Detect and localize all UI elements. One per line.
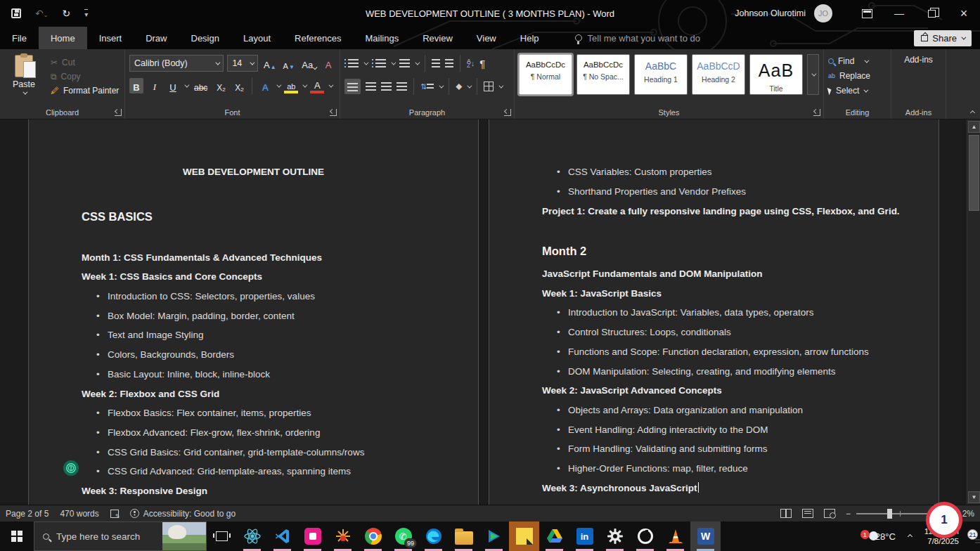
decrease-indent-button[interactable] xyxy=(432,59,440,67)
shading-button[interactable]: ⬥ xyxy=(456,81,462,92)
page-indicator[interactable]: Page 2 of 5 xyxy=(6,509,49,519)
taskbar-app-media-player[interactable] xyxy=(479,521,509,551)
style-card[interactable]: AaBbC Heading 1 xyxy=(634,54,688,95)
temperature[interactable]: 28°C xyxy=(875,531,896,542)
clear-formatting-button[interactable]: A xyxy=(321,56,335,71)
shading-chevron[interactable] xyxy=(468,83,472,88)
taskbar-app-sunburst[interactable] xyxy=(328,521,358,551)
replace-button[interactable]: abReplace xyxy=(828,71,886,81)
copy-button[interactable]: ⧉Copy xyxy=(51,72,119,82)
grow-font-button[interactable]: A▲ xyxy=(262,56,278,71)
taskbar-app-ring[interactable] xyxy=(630,521,660,551)
shrink-font-button[interactable]: A▼ xyxy=(281,56,296,71)
proofing-status-icon[interactable] xyxy=(110,510,119,518)
task-view-button[interactable] xyxy=(207,521,237,551)
bold-button[interactable]: B xyxy=(129,78,143,93)
taskbar-app-vscode[interactable] xyxy=(267,521,297,551)
avatar[interactable]: JO xyxy=(814,4,832,22)
hidden-icons-chevron[interactable] xyxy=(908,533,913,538)
ribbon-tab[interactable]: Home xyxy=(39,27,87,49)
justify-button[interactable] xyxy=(396,82,407,91)
document-page-1[interactable]: WEB DEVELOPMENT OUTLINE CSS BASICS Month… xyxy=(28,119,479,505)
close-button[interactable]: × xyxy=(948,0,980,27)
scrollbar-thumb[interactable] xyxy=(969,135,979,211)
italic-button[interactable]: I xyxy=(148,78,162,93)
text-highlight-button[interactable]: ab xyxy=(284,78,298,93)
numbered-list-chevron[interactable] xyxy=(391,60,396,65)
taskbar-app-linkedin[interactable]: in xyxy=(569,521,600,551)
find-button[interactable]: Find xyxy=(828,56,886,66)
bullet-list-button[interactable] xyxy=(348,59,359,67)
restore-button[interactable] xyxy=(915,0,948,27)
change-case-button[interactable]: Aa xyxy=(299,56,318,71)
taskbar-app-sticky-notes[interactable] xyxy=(509,521,539,551)
taskbar-app-vlc[interactable] xyxy=(660,521,690,551)
line-spacing-chevron[interactable] xyxy=(439,83,444,88)
paragraph-dialog-launcher[interactable] xyxy=(504,109,511,116)
vertical-scrollbar[interactable]: ▲ ▼ xyxy=(967,119,980,505)
style-card[interactable]: AaB Title xyxy=(749,54,803,95)
share-button[interactable]: Share xyxy=(914,30,972,46)
ribbon-tab[interactable]: Design xyxy=(179,27,231,49)
subscript-button[interactable]: X2 xyxy=(214,78,228,93)
clipboard-dialog-launcher[interactable] xyxy=(115,109,122,116)
collapse-ribbon-button[interactable] xyxy=(970,110,975,115)
bullet-list-chevron[interactable] xyxy=(363,60,368,65)
numbered-list-button[interactable] xyxy=(375,59,386,67)
addins-button[interactable]: Add-ins xyxy=(896,55,941,65)
taskbar-app-word[interactable]: W xyxy=(690,521,721,551)
style-card[interactable]: AaBbCcD Heading 2 xyxy=(692,54,745,95)
ribbon-tab[interactable]: Help xyxy=(508,27,551,49)
save-icon[interactable] xyxy=(11,8,21,18)
font-color-chevron[interactable] xyxy=(329,82,334,87)
align-right-button[interactable] xyxy=(381,82,392,91)
strikethrough-button[interactable]: abc xyxy=(192,78,209,93)
multilevel-list-chevron[interactable] xyxy=(415,60,420,65)
taskbar-app-google-drive[interactable] xyxy=(539,521,569,551)
taskbar-app-edge[interactable] xyxy=(418,521,449,551)
style-card[interactable]: AaBbCcDc ¶ Normal xyxy=(519,54,572,95)
text-effects-chevron[interactable] xyxy=(277,82,282,87)
ribbon-tab[interactable]: Mailings xyxy=(354,27,411,49)
select-button[interactable]: Select xyxy=(828,86,886,96)
taskbar-app-pink-square[interactable] xyxy=(297,521,328,551)
styles-dialog-launcher[interactable] xyxy=(813,109,820,116)
ribbon-tab[interactable]: File xyxy=(0,27,39,49)
style-card[interactable]: AaBbCcDc ¶ No Spac... xyxy=(576,54,630,95)
recorder-count-overlay[interactable]: 1 xyxy=(926,502,962,538)
redo-icon[interactable]: ↻ xyxy=(62,8,70,19)
signed-in-user[interactable]: Johnson Olurotimi xyxy=(735,8,806,18)
print-layout-button[interactable] xyxy=(802,509,813,518)
taskbar-app-react[interactable] xyxy=(237,521,267,551)
ribbon-tab[interactable]: Draw xyxy=(134,27,179,49)
font-dialog-launcher[interactable] xyxy=(330,109,337,116)
tell-me-box[interactable]: Tell me what you want to do xyxy=(575,27,700,49)
undo-icon[interactable]: ↶⌄ xyxy=(35,8,48,19)
multilevel-list-button[interactable] xyxy=(399,59,410,67)
paste-button[interactable]: Paste xyxy=(4,55,44,105)
minimize-button[interactable]: — xyxy=(883,0,915,27)
align-left-button[interactable] xyxy=(344,79,361,94)
taskbar-app-file-explorer[interactable] xyxy=(449,521,479,551)
ribbon-tab[interactable]: Review xyxy=(411,27,465,49)
taskbar-search-input[interactable]: Type here to search xyxy=(34,521,207,551)
accessibility-status[interactable]: Accessibility: Good to go xyxy=(130,509,236,519)
align-center-button[interactable] xyxy=(366,82,376,91)
format-painter-button[interactable]: 🖉Format Painter xyxy=(51,86,119,96)
read-mode-button[interactable] xyxy=(780,509,792,518)
styles-more-button[interactable] xyxy=(807,54,819,95)
ribbon-tab[interactable]: Layout xyxy=(231,27,283,49)
scroll-down-button[interactable]: ▼ xyxy=(968,491,980,503)
ribbon-tab[interactable]: Insert xyxy=(87,27,134,49)
show-formatting-marks-button[interactable]: ¶ xyxy=(479,58,485,70)
start-button[interactable] xyxy=(0,521,34,551)
zoom-out-button[interactable]: − xyxy=(846,509,851,519)
document-page-2[interactable]: CSS Variables: Custom properties Shortha… xyxy=(489,119,939,505)
ribbon-tab[interactable]: References xyxy=(283,27,353,49)
taskbar-app-whatsapp[interactable]: ✆ 99 xyxy=(388,521,418,551)
font-color-button[interactable]: A xyxy=(310,78,324,93)
borders-button[interactable] xyxy=(484,82,494,91)
sort-button[interactable]: AZ↓ xyxy=(467,59,475,67)
ribbon-tab[interactable]: View xyxy=(465,27,508,49)
font-size-combobox[interactable]: 14 xyxy=(227,55,258,72)
